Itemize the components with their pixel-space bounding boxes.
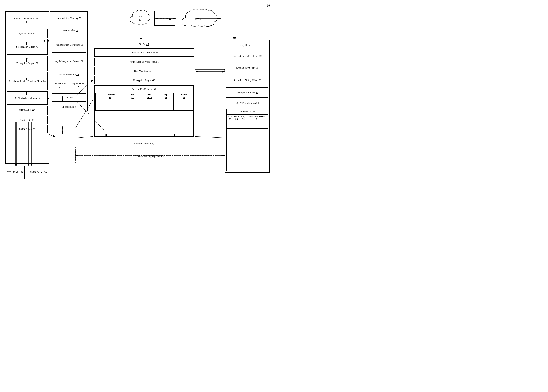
sk-database-box: SK Database 26 ID #28 SMK30 Exp.72 Respo… bbox=[226, 109, 268, 171]
table-row bbox=[96, 103, 194, 107]
skm-encryption-engine-box: Encryption Engine 49 bbox=[94, 76, 194, 84]
ip-module-box: IP Module 58 bbox=[51, 103, 86, 111]
table-row bbox=[227, 125, 268, 128]
lan-cloud: LAN 16 bbox=[129, 8, 151, 29]
skm-outer-box: SKM 44 Authentication Certificate 38 Not… bbox=[93, 40, 195, 138]
table-row bbox=[227, 128, 268, 132]
internet-cloud: Internet 12 bbox=[180, 7, 221, 32]
audio-dsp-box: Audio DSP 88 bbox=[7, 116, 48, 124]
app-server-outer-box: App. Server 11 Authentication Certificat… bbox=[225, 40, 270, 173]
key-mgmt-app-box: Key Mgmt. App. 40 bbox=[94, 67, 194, 75]
secure-messaging-label: Secure Messaging Channel 32 bbox=[76, 155, 228, 158]
encryption-engine-78-box: Encryption Engine 78 bbox=[7, 56, 48, 71]
session-key-client-box: Session Key Client 76 bbox=[7, 39, 48, 55]
telephony-service-box: Telephony Service Provider Client 80 bbox=[7, 72, 48, 90]
col-client-id: Client ID64 bbox=[96, 93, 125, 99]
nvm-outer-box: Non-Volatile Memory 52 ITD ID Number 64 … bbox=[50, 11, 88, 112]
sk-col-smk: SMK30 bbox=[233, 114, 240, 121]
table-row bbox=[227, 121, 268, 125]
app-encryption-engine-box: Encryption Engine 22 bbox=[226, 87, 268, 98]
skm-auth-cert-box: Authentication Certificate 38 bbox=[94, 49, 194, 57]
table-row bbox=[96, 107, 194, 110]
col-psk: PSK47 bbox=[125, 93, 140, 99]
app-auth-cert-box: Authentication Certificate 39 bbox=[226, 50, 268, 62]
sk-db-title: SK Database 26 bbox=[227, 109, 268, 114]
system-client-box: System Client 54 bbox=[7, 29, 48, 38]
auth-cert-66-box: Authentication Certificate 66 bbox=[51, 37, 86, 53]
key-mgmt-contact-box: Key Management Contact 68 bbox=[51, 54, 86, 69]
itd-outer-box: Internet Telephony Device 14 System Clie… bbox=[5, 11, 49, 164]
table-row bbox=[96, 99, 194, 103]
itd-id-box: ITD ID Number 64 bbox=[51, 25, 86, 36]
vm-keys-row: Secure Key74 Expire Time72 bbox=[51, 79, 86, 91]
sk-col-id: ID #28 bbox=[227, 114, 233, 121]
col-notify: Notify50 bbox=[173, 93, 194, 99]
rtp-module-box: RTP Module 86 bbox=[7, 106, 48, 115]
corner-label: 10 bbox=[267, 4, 270, 7]
itd-title: Internet Telephony Device 14 bbox=[7, 13, 48, 28]
nic-box: NIC 56 bbox=[51, 93, 86, 102]
pstn-interface-box: PSTN Interface Module 82 bbox=[7, 91, 48, 105]
session-db-title: Session KeyDatabase 42 bbox=[96, 87, 192, 92]
notification-svc-box: Notification Services App. 51 bbox=[94, 58, 194, 66]
udp-ip-box: UDP/IP Application 24 bbox=[226, 98, 268, 108]
vm-title: Volatile Memory 70 bbox=[51, 70, 86, 79]
app-server-title: App. Server 11 bbox=[226, 41, 268, 49]
skm-title: SKM 44 bbox=[94, 41, 194, 48]
sk-col-socket: Response Socket31 bbox=[247, 114, 268, 121]
session-db-box: Session KeyDatabase 42 Client ID64 PSK47… bbox=[94, 85, 194, 137]
col-smk: SMK34/36 bbox=[140, 93, 158, 99]
pstn-device1-box: PSTN Device 94 bbox=[5, 166, 25, 179]
session-master-key-label: Session Master Key bbox=[93, 142, 195, 145]
pstn-device2-box: PSTN Device 94 bbox=[29, 166, 48, 179]
corner-arrow: ↙ bbox=[260, 7, 263, 11]
col-exp: Exp.72 bbox=[158, 93, 173, 99]
secure-key-box: Secure Key74 bbox=[52, 79, 69, 91]
nvm-title: Non-Volatile Memory 52 bbox=[51, 13, 86, 24]
expire-time-box: Expire Time72 bbox=[69, 79, 86, 91]
app-session-key-box: Session Key Client 76 bbox=[226, 63, 268, 73]
subscribe-notify-box: Subscribe / Notify Client 23 bbox=[226, 74, 268, 86]
pstn-driver-box: PSTN Driver 90 bbox=[7, 125, 48, 133]
napt-fw-box: NAPT FW 18 bbox=[154, 11, 175, 26]
sk-col-exp: Exp.72 bbox=[240, 114, 247, 121]
